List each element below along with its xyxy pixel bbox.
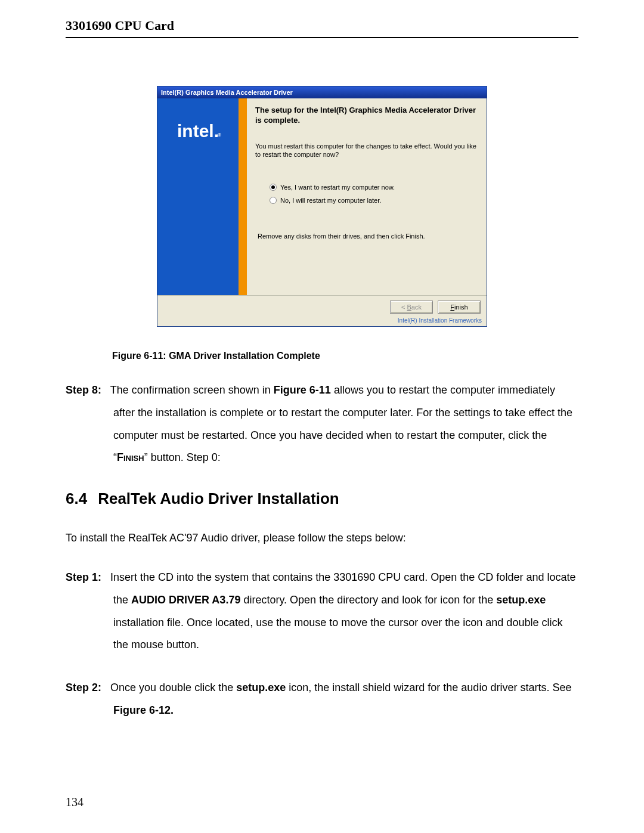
back-button: < Back: [390, 301, 433, 314]
section-number: 6.4: [66, 490, 87, 507]
installer-window: Intel(R) Graphics Media Accelerator Driv…: [157, 86, 487, 327]
installer-body: intel.® The setup for the Intel(R) Graph…: [157, 98, 487, 295]
back-underline: B: [407, 304, 411, 311]
step-1-body: Insert the CD into the system that conta…: [110, 571, 575, 651]
installer-content: The setup for the Intel(R) Graphics Medi…: [247, 98, 487, 295]
installer-body-text: You must restart this computer for the c…: [255, 143, 477, 159]
installer-note: Remove any disks from their drives, and …: [258, 233, 477, 240]
back-prefix: <: [401, 304, 407, 311]
section-heading: 6.4RealTek Audio Driver Installation: [66, 490, 578, 508]
restart-now-radio[interactable]: Yes, I want to restart my computer now.: [270, 184, 477, 191]
framework-label: Intel(R) Installation Frameworks: [398, 317, 482, 324]
figure-caption: Figure 6-11: GMA Driver Installation Com…: [112, 351, 578, 361]
finish-button[interactable]: Finish: [438, 301, 481, 314]
restart-now-label: Yes, I want to restart my computer now.: [280, 184, 395, 191]
step-8-body: The confirmation screen shown in Figure …: [110, 384, 572, 463]
radio-unchecked-icon: [270, 197, 277, 204]
section-title: RealTek Audio Driver Installation: [98, 490, 339, 507]
restart-later-label: No, I will restart my computer later.: [280, 197, 381, 204]
step-2-label: Step 2:: [66, 682, 101, 693]
step-8: Step 8: The confirmation screen shown in…: [66, 379, 578, 469]
installer-figure: Intel(R) Graphics Media Accelerator Driv…: [157, 86, 487, 327]
installer-button-bar: < Back Finish Intel(R) Installation Fram…: [157, 295, 487, 326]
step-1: Step 1: Insert the CD into the system th…: [66, 566, 578, 657]
restart-later-radio[interactable]: No, I will restart my computer later.: [270, 197, 477, 204]
page-number: 134: [66, 795, 83, 809]
step-8-label: Step 8:: [66, 384, 101, 396]
step-1-label: Step 1:: [66, 571, 101, 583]
section-intro: To install the RealTek AC'97 Audio drive…: [66, 527, 578, 550]
window-titlebar: Intel(R) Graphics Media Accelerator Driv…: [157, 86, 487, 98]
step-2-body: Once you double click the setup.exe icon…: [110, 682, 571, 716]
back-suffix: ack: [411, 304, 422, 311]
intel-logo-icon: intel.®: [177, 121, 219, 141]
installer-heading: The setup for the Intel(R) Graphics Medi…: [255, 106, 477, 126]
sidebar-accent-stripe: [239, 98, 247, 295]
sidebar-branding: intel.®: [157, 98, 239, 295]
step-2: Step 2: Once you double click the setup.…: [66, 677, 578, 722]
finish-suffix: inish: [454, 304, 468, 311]
document-page: 3301690 CPU Card Intel(R) Graphics Media…: [0, 0, 644, 833]
intel-logo-text: intel: [177, 121, 214, 141]
radio-checked-icon: [270, 184, 277, 191]
page-header: 3301690 CPU Card: [66, 14, 578, 38]
